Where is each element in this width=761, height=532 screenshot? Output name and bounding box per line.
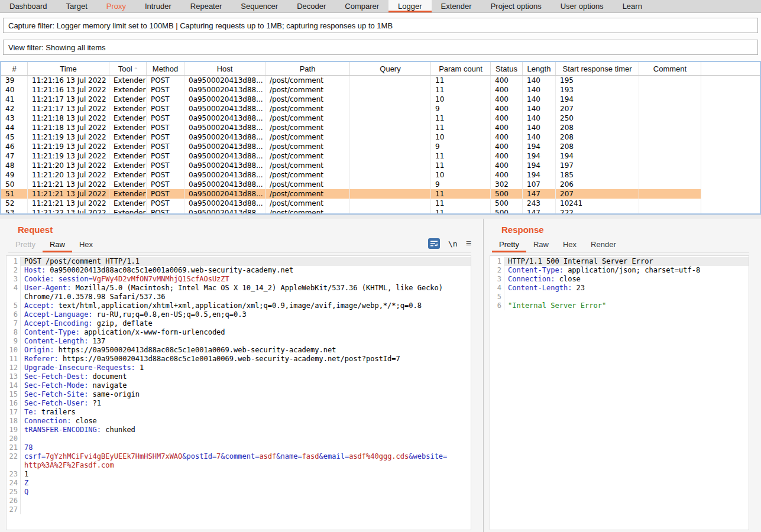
response-tab-hex[interactable]: Hex — [556, 238, 584, 252]
table-row[interactable]: 5011:21:21 13 Jul 2022ExtenderPOST0a9500… — [1, 180, 760, 189]
line-number: 6 — [490, 301, 504, 310]
table-row[interactable]: 4811:21:20 13 Jul 2022ExtenderPOST0a9500… — [1, 161, 760, 170]
line-number: 3 — [7, 275, 21, 284]
main-tab-sequencer[interactable]: Sequencer — [231, 0, 287, 12]
editor-line: 11Referer: https://0a9500020413d88ac08c5… — [7, 355, 471, 364]
cell-comment — [639, 85, 701, 95]
request-title: Request — [18, 225, 483, 236]
table-row[interactable]: 4911:21:20 13 Jul 2022ExtenderPOST0a9500… — [1, 170, 760, 180]
cell-query — [350, 142, 431, 151]
request-tab-hex[interactable]: Hex — [72, 238, 100, 252]
capture-filter-bar[interactable]: Capture filter: Logger memory limit set … — [3, 18, 758, 33]
main-tab-learn[interactable]: Learn — [613, 0, 652, 12]
capture-filter-text: Capture filter: Logger memory limit set … — [8, 21, 393, 30]
cell-status: 500 — [491, 199, 523, 208]
main-tab-dashboard[interactable]: Dashboard — [0, 0, 57, 12]
response-editor[interactable]: 1HTTP/1.1 500 Internal Server Error2Cont… — [490, 255, 749, 530]
column-header-path[interactable]: Path — [265, 62, 350, 75]
cell-length: 140 — [523, 95, 556, 104]
main-tab-intruder[interactable]: Intruder — [135, 0, 181, 12]
table-row[interactable]: 5111:21:21 13 Jul 2022ExtenderPOST0a9500… — [1, 189, 760, 199]
table-row[interactable]: 4011:21:16 13 Jul 2022ExtenderPOST0a9500… — [1, 85, 760, 95]
cell-tool: Extender — [109, 113, 147, 123]
cell-tool: Extender — [109, 132, 147, 142]
newline-icon[interactable]: \n — [448, 239, 458, 248]
cell-timer: 222 — [556, 208, 639, 213]
editor-line: 2Host: 0a9500020413d88ac08c5c1e001a0069.… — [7, 266, 471, 275]
cell-time: 11:21:21 13 Jul 2022 — [28, 189, 109, 199]
line-text: Origin: https://0a9500020413d88ac08c5c1e… — [21, 346, 471, 355]
cell-path: /post/comment — [265, 170, 350, 180]
cell-time: 11:21:18 13 Jul 2022 — [28, 123, 109, 132]
row-filler — [701, 161, 760, 170]
column-header-host[interactable]: Host — [184, 62, 265, 75]
main-tab-logger[interactable]: Logger — [388, 0, 431, 12]
line-text: Sec-Fetch-User: ?1 — [21, 399, 471, 408]
main-tab-proxy[interactable]: Proxy — [97, 0, 135, 12]
cell-tool: Extender — [109, 123, 147, 132]
table-row[interactable]: 5311:21:22 13 Jul 2022ExtenderPOST0a9500… — [1, 208, 760, 213]
main-tab-target[interactable]: Target — [57, 0, 97, 12]
column-header-length[interactable]: Length — [523, 62, 556, 75]
table-row[interactable]: 4111:21:17 13 Jul 2022ExtenderPOST0a9500… — [1, 95, 760, 104]
response-tab-pretty[interactable]: Pretty — [492, 238, 526, 252]
column-header-tool[interactable]: Tool^ — [109, 62, 147, 75]
line-number: 16 — [7, 399, 21, 408]
main-tab-project-options[interactable]: Project options — [481, 0, 551, 12]
main-tab-user-options[interactable]: User options — [551, 0, 613, 12]
line-number: 27 — [7, 505, 21, 514]
request-editor[interactable]: 1POST /post/comment HTTP/1.12Host: 0a950… — [6, 255, 471, 530]
response-tab-render[interactable]: Render — [584, 238, 623, 252]
table-row[interactable]: 5211:21:21 13 Jul 2022ExtenderPOST0a9500… — [1, 199, 760, 208]
column-header-param-count[interactable]: Param count — [431, 62, 491, 75]
cell-length: 194 — [523, 151, 556, 161]
column-header-method[interactable]: Method — [147, 62, 184, 75]
cell-comment — [639, 151, 701, 161]
column-header-time[interactable]: Time — [28, 62, 109, 75]
editor-line: 15Sec-Fetch-Site: same-origin — [7, 390, 471, 399]
cell-host: 0a9500020413d88... — [184, 76, 265, 85]
column-header-query[interactable]: Query — [350, 62, 431, 75]
request-tab-raw[interactable]: Raw — [43, 238, 72, 252]
table-row[interactable]: 4711:21:19 13 Jul 2022ExtenderPOST0a9500… — [1, 151, 760, 161]
cell-host: 0a9500020413d88... — [184, 113, 265, 123]
line-number: 22 — [7, 452, 21, 470]
table-row[interactable]: 4211:21:17 13 Jul 2022ExtenderPOST0a9500… — [1, 104, 760, 113]
soft-wrap-icon[interactable] — [428, 238, 440, 249]
line-number: 12 — [7, 364, 21, 372]
table-row[interactable]: 4511:21:19 13 Jul 2022ExtenderPOST0a9500… — [1, 132, 760, 142]
view-filter-bar[interactable]: View filter: Showing all items — [3, 40, 758, 55]
cell-path: /post/comment — [265, 104, 350, 113]
editor-line: 20 — [7, 434, 471, 443]
column-header-comment[interactable]: Comment — [639, 62, 701, 75]
cell-timer: 194 — [556, 151, 639, 161]
table-row[interactable]: 4611:21:19 13 Jul 2022ExtenderPOST0a9500… — [1, 142, 760, 151]
request-tab-pretty[interactable]: Pretty — [8, 238, 43, 252]
cell-path: /post/comment — [265, 76, 350, 85]
response-tab-raw[interactable]: Raw — [526, 238, 556, 252]
table-row[interactable]: 3911:21:16 13 Jul 2022ExtenderPOST0a9500… — [1, 76, 760, 85]
column-header-start-response-timer[interactable]: Start response timer — [556, 62, 639, 75]
cell-time: 11:21:21 13 Jul 2022 — [28, 199, 109, 208]
editor-menu-icon[interactable]: ≡ — [466, 238, 471, 249]
cell-comment — [639, 208, 701, 213]
column-header-status[interactable]: Status — [491, 62, 523, 75]
main-tab-extender[interactable]: Extender — [432, 0, 481, 12]
main-tab-repeater[interactable]: Repeater — [181, 0, 231, 12]
cell-num: 49 — [1, 170, 28, 180]
cell-length: 194 — [523, 170, 556, 180]
main-tab-decoder[interactable]: Decoder — [287, 0, 335, 12]
cell-status: 400 — [491, 113, 523, 123]
cell-tool: Extender — [109, 170, 147, 180]
table-row[interactable]: 4311:21:18 13 Jul 2022ExtenderPOST0a9500… — [1, 113, 760, 123]
line-number: 10 — [7, 346, 21, 355]
cell-comment — [639, 180, 701, 189]
table-row[interactable]: 4411:21:18 13 Jul 2022ExtenderPOST0a9500… — [1, 123, 760, 132]
line-number: 1 — [490, 257, 504, 266]
line-number: 9 — [7, 337, 21, 346]
row-filler — [701, 132, 760, 142]
main-tab-comparer[interactable]: Comparer — [335, 0, 388, 12]
horizontal-splitter[interactable] — [0, 215, 761, 219]
editor-line: 3Connection: close — [490, 275, 749, 284]
column-header-number[interactable]: # — [1, 62, 28, 75]
